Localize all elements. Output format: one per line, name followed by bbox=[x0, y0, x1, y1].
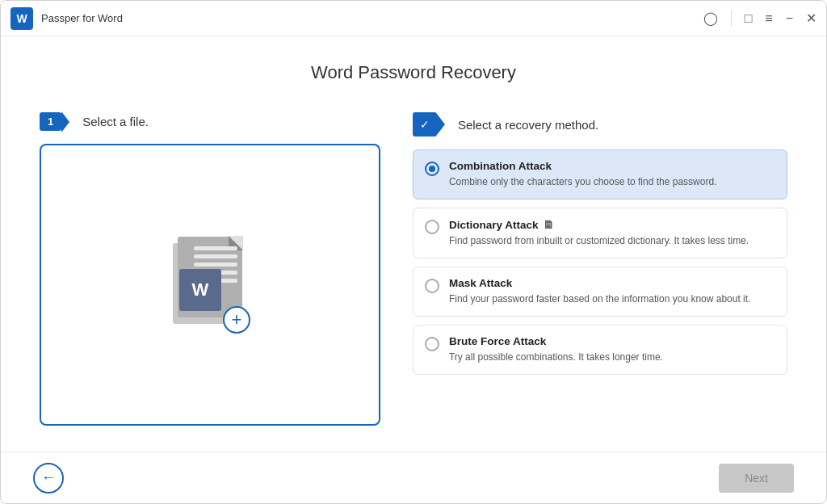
left-column: 1 Select a file. W bbox=[40, 112, 380, 426]
app-logo: W bbox=[10, 7, 33, 30]
method-dictionary-desc: Find password from inbuilt or customized… bbox=[449, 233, 775, 248]
method-list: Combination Attack Combine only the char… bbox=[413, 149, 787, 375]
back-button[interactable]: ← bbox=[33, 463, 64, 494]
file-drop-area[interactable]: W + bbox=[40, 144, 380, 426]
method-dictionary-info: Dictionary Attack 🗎 Find password from i… bbox=[449, 218, 775, 248]
method-mask-desc: Find your password faster based on the i… bbox=[449, 292, 775, 306]
method-dictionary[interactable]: Dictionary Attack 🗎 Find password from i… bbox=[413, 208, 787, 258]
radio-dictionary[interactable] bbox=[425, 220, 439, 234]
step2-header: ✓ Select a recovery method. bbox=[413, 112, 787, 136]
line3 bbox=[194, 262, 237, 267]
titlebar: W Passper for Word ◯ □ ≡ − ✕ bbox=[1, 1, 826, 36]
method-mask-name: Mask Attack bbox=[449, 277, 775, 289]
method-mask-info: Mask Attack Find your password faster ba… bbox=[449, 277, 775, 306]
line2 bbox=[194, 254, 237, 258]
method-brute[interactable]: Brute Force Attack Try all possible comb… bbox=[413, 325, 787, 375]
word-badge: W bbox=[179, 269, 221, 311]
step1-header: 1 Select a file. bbox=[40, 112, 380, 131]
dictionary-file-icon: 🗎 bbox=[543, 218, 554, 231]
divider bbox=[731, 10, 732, 27]
step2-check: ✓ bbox=[413, 112, 437, 136]
app-title: Passper for Word bbox=[41, 12, 703, 24]
step1-label: Select a file. bbox=[82, 115, 149, 128]
step2-label: Select a recovery method. bbox=[458, 118, 598, 132]
line1 bbox=[194, 246, 237, 250]
account-icon[interactable]: ◯ bbox=[703, 10, 718, 26]
word-file-icon: W + bbox=[170, 237, 250, 334]
method-mask[interactable]: Mask Attack Find your password faster ba… bbox=[413, 267, 787, 317]
method-dictionary-name: Dictionary Attack 🗎 bbox=[449, 218, 775, 231]
next-button[interactable]: Next bbox=[719, 464, 794, 493]
main-content: Word Password Recovery 1 Select a file. bbox=[1, 36, 826, 452]
close-icon[interactable]: ✕ bbox=[806, 10, 817, 26]
window-controls: ◯ □ ≡ − ✕ bbox=[703, 10, 817, 27]
method-brute-desc: Try all possible combinations. It takes … bbox=[449, 350, 775, 364]
two-columns: 1 Select a file. W bbox=[40, 112, 787, 426]
minimize-icon[interactable]: − bbox=[786, 11, 793, 26]
radio-combination[interactable] bbox=[425, 162, 439, 176]
method-brute-name: Brute Force Attack bbox=[449, 335, 775, 347]
bottom-bar: ← Next bbox=[1, 452, 826, 503]
radio-brute[interactable] bbox=[425, 337, 439, 351]
step1-badge: 1 bbox=[40, 112, 61, 131]
chat-icon[interactable]: □ bbox=[745, 11, 753, 26]
right-column: ✓ Select a recovery method. Combination … bbox=[413, 112, 787, 426]
page-front: W bbox=[178, 237, 242, 317]
back-arrow-icon: ← bbox=[41, 469, 56, 486]
method-combination[interactable]: Combination Attack Combine only the char… bbox=[413, 149, 787, 200]
method-combination-desc: Combine only the characters you choose t… bbox=[449, 174, 775, 189]
method-combination-info: Combination Attack Combine only the char… bbox=[449, 160, 775, 189]
method-brute-info: Brute Force Attack Try all possible comb… bbox=[449, 335, 775, 364]
method-combination-name: Combination Attack bbox=[449, 160, 775, 172]
menu-icon[interactable]: ≡ bbox=[765, 11, 772, 26]
page-title: Word Password Recovery bbox=[40, 62, 787, 83]
add-file-icon: + bbox=[223, 306, 250, 334]
radio-mask[interactable] bbox=[425, 279, 439, 293]
